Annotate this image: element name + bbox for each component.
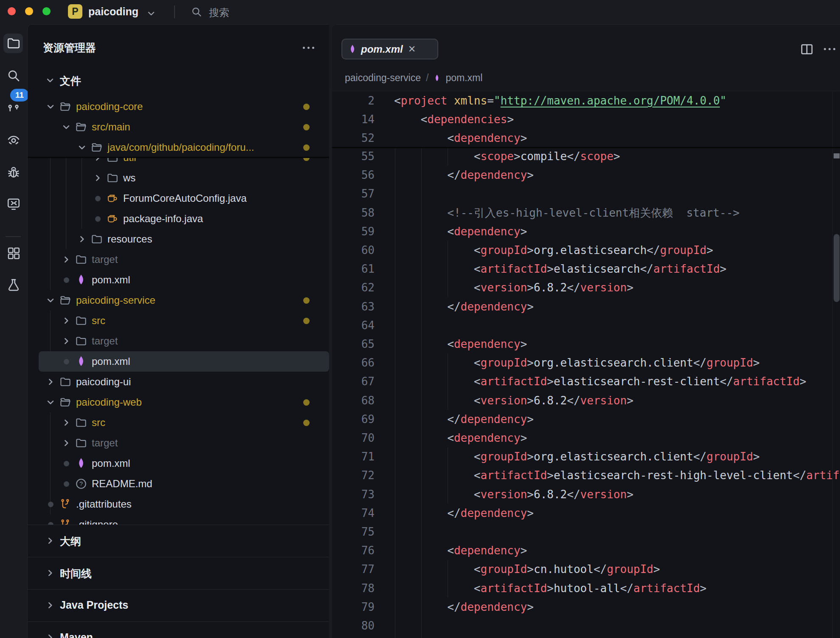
tree-item-label: src/main <box>92 121 130 133</box>
chevron-right-icon[interactable] <box>76 233 88 245</box>
chevron-down-icon[interactable] <box>60 121 72 133</box>
chevron-right-icon[interactable] <box>60 335 72 347</box>
code-line[interactable]: 81 <dependency> <box>332 635 840 638</box>
tree-row[interactable]: ws <box>28 168 329 188</box>
code-line[interactable]: 73 <version>6.8.2</version> <box>332 485 840 504</box>
folder-icon <box>74 253 88 266</box>
chevron-right-icon[interactable] <box>60 417 72 429</box>
tree-row[interactable]: ?README.md <box>28 474 329 494</box>
editor-more-actions-icon[interactable] <box>824 48 835 50</box>
java-icon <box>105 192 120 205</box>
chevron-right-icon[interactable] <box>45 376 56 388</box>
tree-row[interactable]: target <box>28 331 329 351</box>
tree-row[interactable]: paicoding-core <box>28 96 329 117</box>
code-line[interactable]: 62 <version>6.8.2</version> <box>332 278 840 297</box>
breadcrumb-folder[interactable]: paicoding-service <box>345 72 421 84</box>
tree-row[interactable]: target <box>28 249 329 270</box>
code-line[interactable]: 64 <box>332 316 840 335</box>
search-icon[interactable] <box>190 6 203 18</box>
code-line[interactable]: 57 <box>332 184 840 203</box>
tree-row[interactable]: paicoding-web <box>28 392 329 412</box>
tree-row[interactable]: target <box>28 433 329 453</box>
extensions-icon[interactable] <box>6 246 21 261</box>
tree-row[interactable]: pom.xml <box>28 453 329 474</box>
line-number: 61 <box>332 263 375 275</box>
sidebar-section-大纲[interactable]: 大纲 <box>28 525 329 557</box>
code-line[interactable]: 71 <groupId>org.elasticsearch.client</gr… <box>332 447 840 466</box>
live-preview-icon[interactable] <box>6 133 21 148</box>
source-control-icon[interactable] <box>6 104 21 119</box>
code-line[interactable]: 77 <groupId>cn.hutool</groupId> <box>332 560 840 579</box>
breadcrumb[interactable]: paicoding-service / pom.xml <box>345 72 482 84</box>
split-editor-icon[interactable] <box>799 42 815 57</box>
code-line[interactable]: 79 </dependency> <box>332 598 840 616</box>
line-number: 58 <box>332 206 375 219</box>
code-line[interactable]: 68 <version>6.8.2</version> <box>332 391 840 410</box>
code-line[interactable]: 55 <scope>compile</scope> <box>332 147 840 166</box>
code-line[interactable]: 63 </dependency> <box>332 297 840 316</box>
global-search-input[interactable]: 搜索 <box>209 6 229 20</box>
code-line[interactable]: 52 <dependency> <box>332 129 840 147</box>
close-icon[interactable]: ✕ <box>408 44 416 55</box>
code-line[interactable]: 66 <groupId>org.elasticsearch.client</gr… <box>332 353 840 372</box>
code-line[interactable]: 59 <dependency> <box>332 222 840 241</box>
code-line[interactable]: 80 <box>332 616 840 635</box>
chevron-right-icon[interactable] <box>60 254 72 265</box>
tree-row[interactable]: resources <box>28 229 329 249</box>
code-line[interactable]: 70 <dependency> <box>332 429 840 447</box>
code-line[interactable]: 67 <artifactId>elasticsearch-rest-client… <box>332 372 840 391</box>
code-line[interactable]: 75 <box>332 522 840 541</box>
search-view-icon[interactable] <box>6 68 21 83</box>
breadcrumb-file[interactable]: pom.xml <box>445 72 482 84</box>
project-switcher[interactable]: paicoding <box>88 6 138 18</box>
code-line[interactable]: 58 <!--引入es-high-level-client相关依赖 start-… <box>332 203 840 222</box>
sidebar-section-Maven[interactable]: Maven <box>28 621 329 638</box>
chevron-down-icon[interactable] <box>76 141 88 153</box>
tree-row[interactable]: src/main <box>28 117 329 137</box>
chevron-right-icon[interactable] <box>60 437 72 449</box>
code-line[interactable]: 76 <dependency> <box>332 541 840 560</box>
code-line[interactable]: 72 <artifactId>elasticsearch-rest-high-l… <box>332 466 840 485</box>
code-line[interactable]: 60 <groupId>org.elasticsearch</groupId> <box>332 241 840 260</box>
line-number: 68 <box>332 394 375 407</box>
sidebar-section-Java Projects[interactable]: Java Projects <box>28 589 329 622</box>
tree-row[interactable]: .gitattributes <box>28 494 329 514</box>
code-line[interactable]: 2<project xmlns="http://maven.apache.org… <box>332 91 840 110</box>
window-minimize-button[interactable] <box>25 7 33 15</box>
tree-row[interactable]: src <box>28 311 329 331</box>
tree-row[interactable]: pom.xml <box>28 270 329 290</box>
tree-row[interactable]: paicoding-service <box>28 290 329 311</box>
tree-row[interactable]: src <box>28 412 329 433</box>
chevron-right-icon[interactable] <box>92 172 104 184</box>
tab-pom-xml[interactable]: pom.xml ✕ <box>341 39 438 59</box>
tree-row[interactable]: pom.xml <box>39 351 329 372</box>
code-line[interactable]: 69 </dependency> <box>332 410 840 429</box>
window-close-button[interactable] <box>8 7 16 15</box>
tree-row[interactable]: java/com/github/paicoding/foru... <box>28 137 329 158</box>
code-line[interactable]: 14 <dependencies> <box>332 110 840 129</box>
tree-row[interactable]: ForumCoreAutoConfig.java <box>28 188 329 209</box>
chevron-down-icon[interactable] <box>45 101 56 113</box>
files-icon[interactable] <box>6 36 21 51</box>
tests-flask-icon[interactable] <box>6 277 21 293</box>
code-line[interactable]: 61 <artifactId>elasticsearch</artifactId… <box>332 260 840 278</box>
remote-terminal-icon[interactable] <box>6 196 21 212</box>
debug-icon[interactable] <box>6 165 21 180</box>
chevron-right-icon[interactable] <box>60 315 72 327</box>
tree-row[interactable]: paicoding-ui <box>28 372 329 392</box>
scrollbar-thumb[interactable] <box>834 234 840 302</box>
chevron-down-icon[interactable] <box>45 294 56 306</box>
tree-item-label: ws <box>123 172 135 184</box>
chevron-down-icon[interactable] <box>146 8 156 19</box>
code-line[interactable]: 74 </dependency> <box>332 504 840 522</box>
tree-row[interactable]: package-info.java <box>28 209 329 229</box>
code-line[interactable]: 65 <dependency> <box>332 335 840 353</box>
code-line[interactable]: 78 <artifactId>hutool-all</artifactId> <box>332 579 840 598</box>
line-number: 71 <box>332 450 375 463</box>
chevron-down-icon[interactable] <box>45 396 56 408</box>
code-line[interactable]: 56 </dependency> <box>332 166 840 184</box>
line-number: 65 <box>332 338 375 350</box>
code-text: <groupId>org.elasticsearch.client</group… <box>375 450 760 463</box>
window-zoom-button[interactable] <box>42 7 51 15</box>
sidebar-section-时间线[interactable]: 时间线 <box>28 557 329 590</box>
